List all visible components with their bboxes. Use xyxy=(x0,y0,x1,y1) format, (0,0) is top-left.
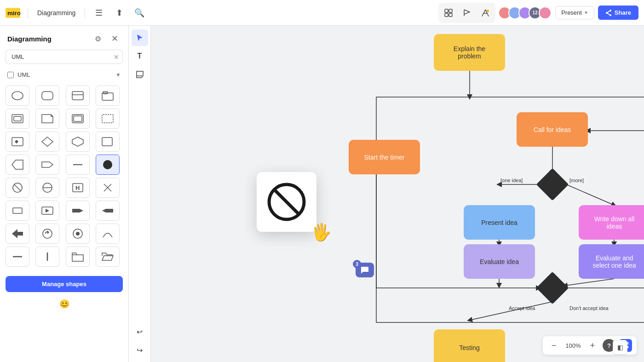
share-button[interactable]: Share xyxy=(598,6,638,20)
node-explain-label: Explain theproblem xyxy=(454,45,485,60)
search-input[interactable] xyxy=(6,50,123,64)
svg-line-10 xyxy=(607,11,610,13)
shape-arrow-left[interactable] xyxy=(96,201,120,221)
prohibited-drag-icon xyxy=(266,181,307,223)
emoji-button[interactable]: 😊 xyxy=(56,296,73,312)
node-explain-problem[interactable]: Explain theproblem xyxy=(434,34,505,71)
shape-line[interactable] xyxy=(66,155,90,175)
svg-rect-39 xyxy=(13,208,22,213)
shape-circle-arrow[interactable] xyxy=(35,224,59,244)
shape-prohibited[interactable] xyxy=(35,178,59,198)
shape-dogear[interactable] xyxy=(35,109,59,129)
node-testing[interactable]: Testing xyxy=(434,329,505,362)
apps-button[interactable] xyxy=(440,5,457,21)
shape-arc[interactable] xyxy=(96,224,120,244)
separator xyxy=(28,7,28,18)
node-start-timer[interactable]: Start the timer xyxy=(349,140,420,174)
svg-point-12 xyxy=(12,92,23,100)
svg-marker-43 xyxy=(102,209,113,213)
shape-ellipse[interactable] xyxy=(6,86,29,106)
node-evaluate-select[interactable]: Evaluate andselect one idea xyxy=(579,244,644,279)
shape-x[interactable] xyxy=(96,178,120,198)
shape-rect-divider[interactable] xyxy=(66,86,90,106)
canvas-connections: [one idea] [more] Accept idea Don't acce… xyxy=(151,26,644,362)
node-present-idea[interactable]: Present idea xyxy=(464,205,535,240)
comment-bubble[interactable]: 3 xyxy=(356,263,374,277)
shape-folder-open[interactable] xyxy=(96,247,120,267)
present-button[interactable]: Present ▼ xyxy=(555,6,594,19)
main-area: Diagramming ⚙ ✕ ✕ UML ▼ xyxy=(0,26,644,362)
text-tool[interactable]: T xyxy=(132,48,148,64)
node-evaluate-select-label: Evaluate andselect one idea xyxy=(592,254,636,269)
present-label: Present xyxy=(561,9,582,16)
sidebar-settings-button[interactable]: ⚙ xyxy=(92,32,104,45)
shape-circle-dot[interactable] xyxy=(66,224,90,244)
svg-marker-46 xyxy=(47,230,49,234)
shape-h[interactable]: H xyxy=(66,178,90,198)
menu-button[interactable]: ☰ xyxy=(91,5,107,21)
svg-marker-24 xyxy=(42,137,53,146)
shape-rect-rounded[interactable] xyxy=(35,86,59,106)
svg-rect-22 xyxy=(102,115,113,123)
shape-active[interactable] xyxy=(96,155,120,175)
svg-marker-28 xyxy=(42,162,53,167)
shape-partial[interactable] xyxy=(96,132,120,152)
shape-rect-tab[interactable] xyxy=(96,86,120,106)
party-button[interactable] xyxy=(477,5,494,21)
select-tool[interactable] xyxy=(132,29,148,46)
shape-arrow-right[interactable] xyxy=(35,155,59,175)
svg-rect-5 xyxy=(449,13,452,17)
shape-diamond[interactable] xyxy=(35,132,59,152)
search-clear-button[interactable]: ✕ xyxy=(114,53,119,61)
shape-arrow-right2[interactable] xyxy=(66,201,90,221)
zoom-in-button[interactable]: + xyxy=(586,339,599,352)
svg-text:miro: miro xyxy=(7,9,20,16)
comment-count: 3 xyxy=(353,260,361,268)
diamond-1[interactable] xyxy=(541,173,564,196)
svg-rect-26 xyxy=(102,138,112,146)
manage-shapes-button[interactable]: Manage shapes xyxy=(6,276,123,292)
shape-chevron-left[interactable] xyxy=(6,155,29,175)
shape-dashed-rect[interactable] xyxy=(96,109,120,129)
shape-vert-line[interactable] xyxy=(35,247,59,267)
sticky-note-tool[interactable] xyxy=(132,66,148,83)
uml-filter-checkbox[interactable] xyxy=(7,72,14,78)
sidebar-title: Diagramming xyxy=(7,35,88,43)
shape-frame[interactable] xyxy=(66,109,90,129)
sidebar-close-button[interactable]: ✕ xyxy=(108,32,121,45)
node-evaluate-idea[interactable]: Evaluate idea xyxy=(464,244,535,279)
shape-minus[interactable] xyxy=(6,247,29,267)
redo-button[interactable]: ↪ xyxy=(132,342,148,358)
panel-toggle-button[interactable]: ◧ xyxy=(613,340,627,355)
shape-rect-inner[interactable] xyxy=(6,109,29,129)
filter-label: UML xyxy=(17,71,112,78)
flag-button[interactable] xyxy=(459,5,475,21)
shape-hexagon[interactable] xyxy=(66,132,90,152)
shape-no[interactable] xyxy=(6,178,29,198)
shape-folder[interactable] xyxy=(66,247,90,267)
svg-line-56 xyxy=(566,184,614,205)
svg-text:[more]: [more] xyxy=(569,178,584,183)
filter-dropdown-arrow[interactable]: ▼ xyxy=(115,72,121,78)
node-write-down[interactable]: Write down allideas xyxy=(579,205,644,240)
shape-rect-small[interactable] xyxy=(6,201,29,221)
shape-back-arrow[interactable] xyxy=(6,224,29,244)
diamond-2[interactable] xyxy=(541,276,564,299)
zoom-out-button[interactable]: − xyxy=(547,339,560,352)
export-button[interactable]: ⬆ xyxy=(111,5,127,21)
shape-rect-arrow[interactable] xyxy=(35,201,59,221)
node-testing-label: Testing xyxy=(459,344,479,351)
shape-embed[interactable] xyxy=(6,132,29,152)
svg-line-67 xyxy=(273,189,300,215)
canvas[interactable]: [one idea] [more] Accept idea Don't acce… xyxy=(151,26,644,362)
svg-line-61 xyxy=(470,302,552,320)
node-call-for-ideas[interactable]: Call for ideas xyxy=(517,112,588,147)
node-evaluate-idea-label: Evaluate idea xyxy=(480,258,519,265)
sidebar-header: Diagramming ⚙ ✕ xyxy=(0,26,128,50)
svg-rect-21 xyxy=(74,116,82,121)
svg-rect-3 xyxy=(449,9,452,12)
search-button[interactable]: 🔍 xyxy=(131,5,148,21)
undo-button[interactable]: ↩ xyxy=(132,323,148,340)
avatar-current xyxy=(539,6,552,19)
node-call-for-ideas-label: Call for ideas xyxy=(534,126,571,133)
